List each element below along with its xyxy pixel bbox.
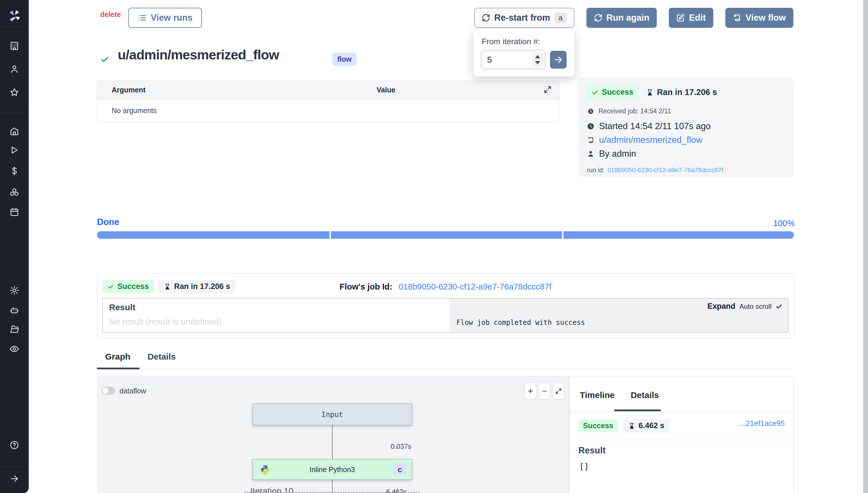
view-flow-button[interactable]: View flow (725, 8, 793, 28)
expand-sidebar-arrow-icon[interactable] (10, 474, 19, 483)
windmill-logo-icon[interactable] (7, 8, 22, 23)
result-empty-text: No result (result is undefined) (109, 317, 221, 326)
result-title: Result (109, 302, 135, 312)
ran-in-text: Ran in 17.206 s (657, 87, 717, 97)
panel-tabs-divider (570, 411, 794, 412)
zoom-in-button[interactable]: + (525, 383, 536, 400)
arguments-table-body: No arguments (97, 100, 559, 122)
zoom-out-button[interactable]: − (539, 383, 550, 400)
graph-node-inline-python[interactable]: Inline Python3 c (253, 459, 412, 480)
view-flow-label: View flow (745, 13, 786, 23)
sidebar-divider (0, 466, 29, 467)
list-icon (137, 13, 147, 22)
flow-type-badge: flow (332, 53, 357, 66)
by-user-text: By admin (599, 149, 636, 159)
cache-badge: c (393, 463, 406, 476)
duration-badge: 6.462 s (623, 419, 670, 432)
step-detail-panel: Timeline Details Success 6.462 s ...21ef… (570, 376, 794, 493)
flow-scroll-icon (733, 14, 741, 22)
clock-icon (587, 123, 594, 130)
expand-table-icon[interactable] (543, 85, 552, 94)
step-result-title: Result (578, 445, 606, 456)
check-icon (776, 303, 782, 310)
graph-edge (332, 480, 333, 493)
toggle-knob (102, 387, 109, 394)
expand-button[interactable]: Expand (707, 302, 735, 311)
tab-graph[interactable]: Graph (105, 352, 130, 362)
tab-details[interactable]: Details (148, 352, 176, 362)
runs-play-icon[interactable] (9, 145, 19, 155)
view-runs-label: View runs (151, 13, 193, 23)
run-id-link[interactable]: 018b9050-6230-cf12-a9e7-76a78dccc87f (607, 167, 723, 174)
progress-segment-gap (330, 231, 331, 239)
step-duration-label: 0.037s (391, 443, 411, 451)
iteration-group-border (244, 492, 420, 493)
tab-timeline[interactable]: Timeline (580, 390, 615, 400)
edit-button[interactable]: Edit (669, 8, 713, 28)
workers-robot-icon[interactable] (9, 305, 20, 315)
clock-icon (588, 108, 594, 114)
python-icon (260, 464, 271, 475)
home-icon[interactable] (9, 126, 19, 136)
tabs-divider (97, 369, 794, 369)
flow-result-card: Success Ran in 17.206 s Flow's job Id: 0… (97, 273, 794, 338)
spinner-up-icon[interactable] (535, 55, 540, 58)
received-job-text: Received job: 14:54 2/11 (598, 107, 671, 115)
refresh-icon (482, 14, 490, 22)
progress-segment-gap (562, 231, 564, 239)
arguments-table-header: Argument Value (97, 81, 559, 100)
progress-status-label: Done (97, 217, 120, 227)
log-text: Flow job completed with success (457, 319, 585, 326)
dataflow-toggle[interactable] (102, 387, 115, 394)
confirm-restart-button[interactable] (550, 51, 567, 69)
progress-bar (97, 231, 794, 239)
flow-job-id-link[interactable]: 018b9050-6230-cf12-a9e7-76a78dccc87f (399, 282, 551, 291)
variables-dollar-icon[interactable] (9, 166, 19, 176)
spinner-down-icon[interactable] (535, 61, 540, 64)
help-icon[interactable] (9, 440, 19, 450)
audit-eye-icon[interactable] (9, 344, 20, 354)
star-icon[interactable] (9, 87, 19, 97)
refresh-icon (594, 14, 602, 22)
row-divider (570, 440, 794, 440)
log-pane: Expand Auto scroll Flow job completed wi… (449, 298, 788, 332)
run-again-label: Run again (607, 13, 650, 23)
progress-percent: 100% (773, 219, 795, 228)
page-scrollbar[interactable] (863, 0, 868, 493)
settings-gear-icon[interactable] (9, 285, 20, 296)
expand-icon (555, 388, 562, 394)
delete-button[interactable]: delete (100, 10, 121, 19)
restart-from-button[interactable]: Re-start from a (474, 8, 574, 28)
run-again-button[interactable]: Run again (587, 8, 657, 28)
resources-cubes-icon[interactable] (9, 187, 20, 197)
sidebar (0, 0, 29, 493)
edit-label: Edit (689, 13, 706, 23)
success-check-icon (101, 55, 109, 64)
number-spinner[interactable] (532, 52, 543, 67)
autoscroll-toggle[interactable]: Auto scroll (739, 302, 771, 310)
workspace-building-icon[interactable] (9, 41, 19, 51)
started-text: Started 14:54 2/11 107s ago (599, 121, 711, 131)
step-status-row: Success 6.462 s ...21ef1ace95 (578, 419, 789, 432)
user-icon (587, 150, 594, 157)
step-job-link[interactable]: ...21ef1ace95 (739, 419, 785, 428)
run-info-card: Success Ran in 17.206 s Received job: 14… (578, 78, 794, 177)
sidebar-divider (0, 112, 29, 112)
schedules-calendar-icon[interactable] (9, 207, 19, 217)
flow-graph-panel: dataflow + − Input 0.037s Inline Python3… (97, 376, 570, 493)
graph-controls: + − (525, 383, 564, 400)
edit-pencil-icon (676, 14, 685, 22)
tab-step-details[interactable]: Details (631, 390, 659, 400)
restart-shortcut-kbd: a (554, 13, 567, 23)
column-value: Value (377, 86, 395, 94)
graph-node-input[interactable]: Input (253, 404, 412, 425)
restart-from-popup: From iteration #: (473, 29, 575, 77)
fit-view-button[interactable] (553, 383, 564, 400)
user-icon[interactable] (9, 64, 19, 74)
view-runs-button[interactable]: View runs (128, 8, 202, 28)
flow-scroll-icon (587, 136, 594, 144)
active-tab-underline (97, 368, 140, 369)
graph-edge (332, 425, 333, 459)
folders-icon[interactable] (9, 324, 20, 334)
flow-path-link[interactable]: u/admin/mesmerized_flow (599, 135, 702, 145)
